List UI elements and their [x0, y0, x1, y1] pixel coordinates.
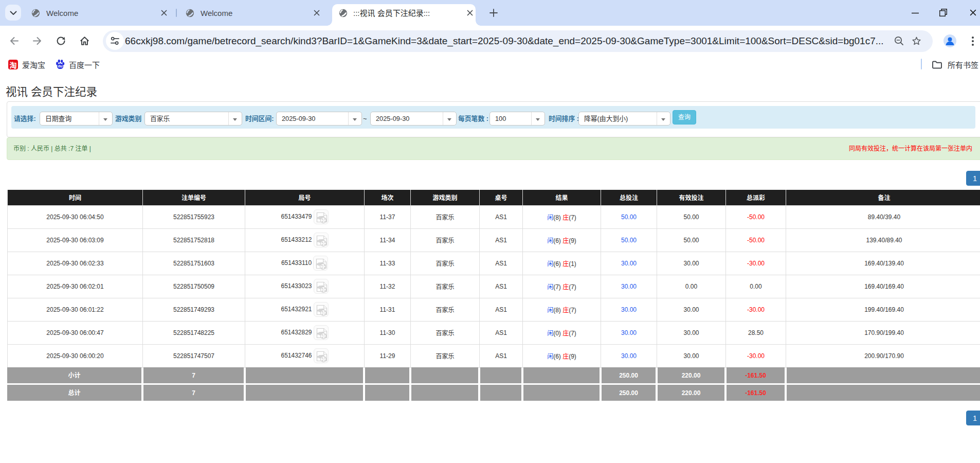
- svg-text:du: du: [58, 64, 63, 68]
